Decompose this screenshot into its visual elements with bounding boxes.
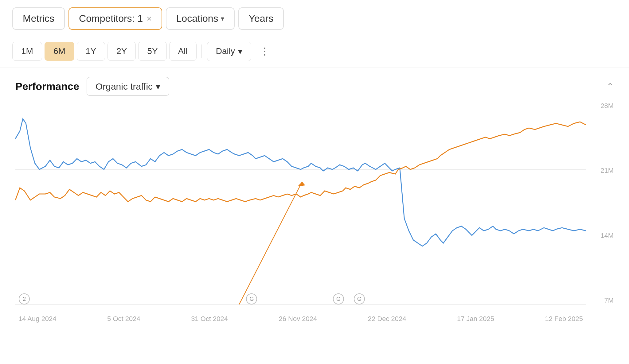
years-label: Years	[249, 13, 274, 24]
all-button[interactable]: All	[169, 42, 197, 61]
x-label-aug: 14 Aug 2024	[18, 315, 57, 323]
competitors-label: Competitors: 1	[79, 13, 143, 24]
y-label-28m: 28M	[600, 102, 614, 110]
event-label-g2: G	[336, 296, 341, 302]
event-marker-g3[interactable]: G	[354, 293, 365, 304]
locations-chevron-icon: ▾	[221, 15, 224, 23]
y-axis: 28M 21M 14M 7M	[589, 102, 614, 304]
y-label-14m: 14M	[600, 232, 614, 240]
daily-chevron-icon: ▾	[238, 46, 242, 56]
chevron-up-icon: ⌃	[607, 82, 614, 91]
blue-line	[15, 119, 586, 246]
event-label-g3: G	[357, 296, 361, 302]
x-axis: 14 Aug 2024 5 Oct 2024 31 Oct 2024 26 No…	[15, 304, 586, 323]
toolbar-separator	[201, 45, 202, 58]
x-label-oct31: 31 Oct 2024	[191, 315, 228, 323]
1m-button[interactable]: 1M	[12, 42, 42, 61]
chart-area: 28M 21M 14M 7M 14 Aug 2024 5 Oct 2024 31…	[15, 102, 614, 323]
collapse-button[interactable]: ⌃	[607, 81, 614, 91]
chart-svg	[15, 102, 586, 304]
event-label-2: 2	[23, 296, 26, 302]
2y-button[interactable]: 2Y	[107, 42, 136, 61]
years-button[interactable]: Years	[238, 7, 284, 30]
1y-button[interactable]: 1Y	[77, 42, 105, 61]
top-toolbar: Metrics Competitors: 1 × Locations ▾ Yea…	[0, 0, 629, 35]
metrics-button[interactable]: Metrics	[12, 7, 65, 30]
event-label-g1: G	[249, 296, 254, 302]
metric-selector-button[interactable]: Organic traffic ▾	[87, 77, 169, 96]
metrics-label: Metrics	[23, 13, 54, 24]
metric-selector-label: Organic traffic	[96, 81, 153, 92]
locations-button[interactable]: Locations ▾	[166, 7, 235, 30]
x-label-jan: 17 Jan 2025	[457, 315, 494, 323]
second-toolbar: 1M 6M 1Y 2Y 5Y All Daily ▾ ⋮	[0, 35, 629, 68]
metric-selector-chevron-icon: ▾	[156, 81, 160, 92]
5y-button[interactable]: 5Y	[138, 42, 166, 61]
more-options-button[interactable]: ⋮	[254, 41, 276, 61]
orange-line	[15, 122, 586, 202]
chart-header: Performance Organic traffic ▾ ⌃	[0, 68, 629, 99]
chart-header-left: Performance Organic traffic ▾	[15, 77, 169, 96]
event-marker-g2[interactable]: G	[333, 293, 344, 304]
x-label-feb: 12 Feb 2025	[545, 315, 583, 323]
dots-icon: ⋮	[260, 46, 270, 57]
competitors-button[interactable]: Competitors: 1 ×	[68, 7, 162, 30]
chart-container: 28M 21M 14M 7M 14 Aug 2024 5 Oct 2024 31…	[15, 102, 614, 323]
locations-label: Locations	[176, 13, 218, 24]
6m-button[interactable]: 6M	[45, 42, 74, 61]
x-label-nov: 26 Nov 2024	[279, 315, 317, 323]
competitors-close-icon[interactable]: ×	[147, 14, 151, 24]
performance-title: Performance	[15, 80, 79, 92]
x-label-oct5: 5 Oct 2024	[107, 315, 140, 323]
event-marker-2[interactable]: 2	[19, 293, 30, 304]
daily-label: Daily	[216, 46, 235, 56]
event-marker-g1[interactable]: G	[246, 293, 257, 304]
x-label-dec: 22 Dec 2024	[368, 315, 406, 323]
daily-button[interactable]: Daily ▾	[207, 42, 251, 61]
y-label-21m: 21M	[600, 167, 614, 175]
y-label-7m: 7M	[604, 296, 614, 304]
